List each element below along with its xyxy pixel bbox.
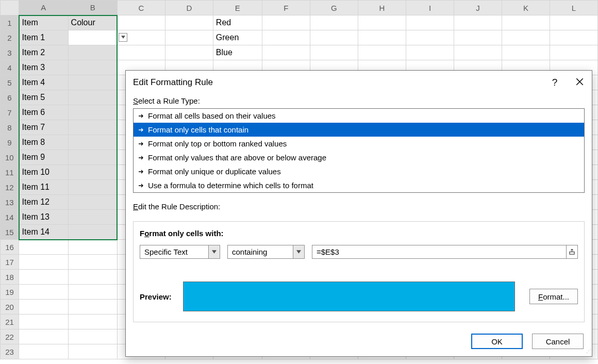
cell-B6[interactable] (68, 90, 117, 105)
column-header-E[interactable]: E (213, 1, 262, 15)
cell-A1[interactable]: Item (19, 15, 69, 30)
cell-A22[interactable] (19, 329, 69, 344)
row-header-23[interactable]: 23 (1, 344, 19, 359)
column-header-B[interactable]: B (68, 1, 117, 15)
ok-button[interactable]: OK (471, 334, 523, 349)
cell-B11[interactable] (68, 165, 117, 180)
cell-I2[interactable] (406, 30, 454, 45)
row-header-7[interactable]: 7 (1, 105, 19, 120)
cell-K2[interactable] (502, 30, 550, 45)
row-header-5[interactable]: 5 (1, 75, 19, 90)
cell-B2[interactable] (68, 30, 117, 45)
cell-B17[interactable] (68, 255, 117, 270)
rule-type-option[interactable]: Format only cells that contain (134, 123, 584, 137)
cell-A9[interactable]: Item 8 (19, 135, 69, 150)
cell-B14[interactable] (68, 210, 117, 225)
cell-G1[interactable] (310, 15, 358, 30)
cell-B9[interactable] (68, 135, 117, 150)
cell-A13[interactable]: Item 12 (19, 195, 69, 210)
cell-B4[interactable] (68, 60, 117, 75)
select-all-corner[interactable] (1, 1, 19, 15)
row-header-20[interactable]: 20 (1, 300, 19, 315)
cell-A18[interactable] (19, 270, 69, 285)
cell-value-type-combo[interactable]: Specific Text (140, 245, 220, 259)
row-header-14[interactable]: 14 (1, 210, 19, 225)
cell-F2[interactable] (262, 30, 310, 45)
cell-J2[interactable] (454, 30, 502, 45)
cell-A19[interactable] (19, 285, 69, 300)
cell-A15[interactable]: Item 14 (19, 225, 69, 240)
cell-L1[interactable] (550, 15, 597, 30)
cell-G2[interactable] (310, 30, 358, 45)
cell-E1[interactable]: Red (213, 15, 262, 30)
cell-A23[interactable] (19, 344, 69, 359)
operator-combo[interactable]: containing (227, 245, 305, 259)
column-header-C[interactable]: C (117, 1, 165, 15)
cell-A14[interactable]: Item 13 (19, 210, 69, 225)
cell-A11[interactable]: Item 10 (19, 165, 69, 180)
row-header-21[interactable]: 21 (1, 315, 19, 329)
row-header-22[interactable]: 22 (1, 329, 19, 344)
format-button[interactable]: Format... (529, 289, 578, 304)
cell-B13[interactable] (68, 195, 117, 210)
cell-A2[interactable]: Item 1 (19, 30, 69, 45)
row-header-6[interactable]: 6 (1, 90, 19, 105)
cell-B1[interactable]: Colour (68, 15, 117, 30)
cell-B10[interactable] (68, 150, 117, 165)
cancel-button[interactable]: Cancel (532, 334, 584, 349)
row-header-16[interactable]: 16 (1, 240, 19, 255)
column-header-K[interactable]: K (502, 1, 550, 15)
cell-A4[interactable]: Item 3 (19, 60, 69, 75)
cell-D1[interactable] (165, 15, 213, 30)
rule-type-option[interactable]: Format all cells based on their values (134, 109, 584, 123)
cell-D2[interactable] (165, 30, 213, 45)
cell-C3[interactable] (117, 45, 165, 60)
cell-B3[interactable] (68, 45, 117, 60)
row-header-11[interactable]: 11 (1, 165, 19, 180)
cell-B21[interactable] (68, 315, 117, 329)
cell-A17[interactable] (19, 255, 69, 270)
cell-B19[interactable] (68, 285, 117, 300)
cell-H3[interactable] (358, 45, 406, 60)
collapse-dialog-button[interactable] (566, 245, 577, 258)
cell-E3[interactable]: Blue (213, 45, 262, 60)
column-header-A[interactable]: A (19, 1, 69, 15)
row-header-4[interactable]: 4 (1, 60, 19, 75)
cell-A3[interactable]: Item 2 (19, 45, 69, 60)
cell-B8[interactable] (68, 120, 117, 135)
row-header-2[interactable]: 2 (1, 30, 19, 45)
close-button[interactable] (567, 71, 592, 94)
row-header-13[interactable]: 13 (1, 195, 19, 210)
cell-J3[interactable] (454, 45, 502, 60)
rule-type-option[interactable]: Use a formula to determine which cells t… (134, 178, 584, 192)
row-header-9[interactable]: 9 (1, 135, 19, 150)
cell-B7[interactable] (68, 105, 117, 120)
column-header-L[interactable]: L (550, 1, 597, 15)
cell-I1[interactable] (406, 15, 454, 30)
rule-type-list[interactable]: Format all cells based on their valuesFo… (133, 108, 585, 193)
resize-grip-icon[interactable]: ⋰ (586, 350, 591, 355)
cell-A20[interactable] (19, 300, 69, 315)
cell-K3[interactable] (502, 45, 550, 60)
cell-A21[interactable] (19, 315, 69, 329)
column-header-G[interactable]: G (310, 1, 358, 15)
cell-A10[interactable]: Item 9 (19, 150, 69, 165)
cell-F3[interactable] (262, 45, 310, 60)
cell-B15[interactable] (68, 225, 117, 240)
row-header-19[interactable]: 19 (1, 285, 19, 300)
column-header-J[interactable]: J (454, 1, 502, 15)
cell-C1[interactable] (117, 15, 165, 30)
row-header-3[interactable]: 3 (1, 45, 19, 60)
row-header-8[interactable]: 8 (1, 120, 19, 135)
cell-G3[interactable] (310, 45, 358, 60)
data-validation-dropdown-button[interactable] (119, 33, 127, 42)
cell-A16[interactable] (19, 240, 69, 255)
cell-I3[interactable] (406, 45, 454, 60)
cell-L3[interactable] (550, 45, 597, 60)
row-header-18[interactable]: 18 (1, 270, 19, 285)
cell-J1[interactable] (454, 15, 502, 30)
reference-input[interactable]: =$E$3 (312, 245, 578, 259)
rule-type-option[interactable]: Format only top or bottom ranked values (134, 137, 584, 151)
row-header-12[interactable]: 12 (1, 180, 19, 195)
column-header-I[interactable]: I (406, 1, 454, 15)
